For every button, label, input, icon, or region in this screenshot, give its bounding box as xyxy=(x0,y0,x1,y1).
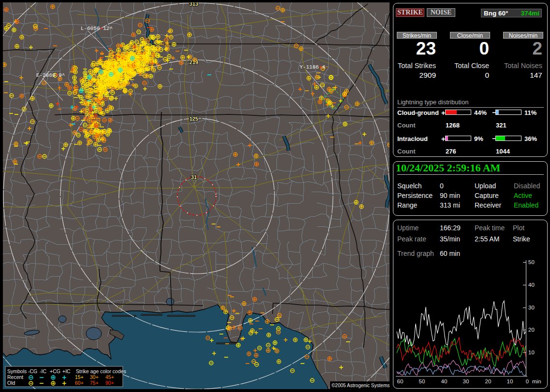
svg-text:60: 60 xyxy=(397,378,404,384)
svg-text:+IC: +IC xyxy=(62,368,71,374)
svg-text:Old: Old xyxy=(7,380,15,386)
svg-text:40: 40 xyxy=(441,378,448,384)
svg-text:45+: 45+ xyxy=(105,374,114,380)
svg-text:75+: 75+ xyxy=(90,380,99,386)
svg-text:31: 31 xyxy=(191,174,197,180)
svg-text:30: 30 xyxy=(528,305,535,310)
svg-text:-CG: -CG xyxy=(28,368,37,374)
svg-text:20: 20 xyxy=(485,378,492,384)
svg-text:30+: 30+ xyxy=(90,374,99,380)
svg-text:-IC: -IC xyxy=(40,368,46,374)
svg-text:0: 0 xyxy=(526,378,529,384)
svg-text:60+: 60+ xyxy=(75,380,84,386)
svg-text:50: 50 xyxy=(419,378,425,384)
svg-text:L-6050+12^: L-6050+12^ xyxy=(81,26,113,31)
svg-text:©2005 Astrogenic Systems: ©2005 Astrogenic Systems xyxy=(332,383,390,388)
svg-text:15+: 15+ xyxy=(75,374,84,380)
svg-text:125: 125 xyxy=(189,116,198,122)
svg-text:+CG: +CG xyxy=(50,368,60,374)
svg-text:Strike age color codes: Strike age color codes xyxy=(76,368,126,374)
svg-text:Y-1186+4−: Y-1186+4− xyxy=(300,64,328,70)
svg-text:Symbols: Symbols xyxy=(7,368,27,374)
svg-text:90+: 90+ xyxy=(105,380,114,386)
svg-text:30: 30 xyxy=(463,378,469,384)
svg-text:E-2869+9^: E-2869+9^ xyxy=(36,72,65,78)
svg-text:10: 10 xyxy=(528,350,535,355)
svg-text:50: 50 xyxy=(528,259,535,265)
svg-text:313: 313 xyxy=(189,2,198,7)
svg-text:min: min xyxy=(532,378,541,384)
svg-text:Recent: Recent xyxy=(7,374,23,380)
svg-text:40: 40 xyxy=(528,282,535,288)
svg-text:20: 20 xyxy=(528,327,535,333)
svg-text:10: 10 xyxy=(507,378,513,384)
